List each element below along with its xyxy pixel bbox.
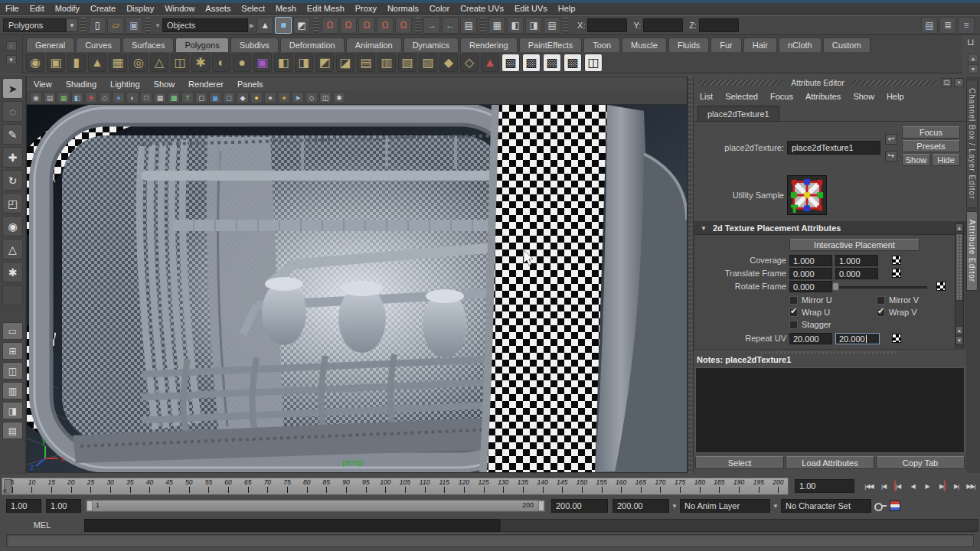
persp-uv-layout-button[interactable]: ▤ bbox=[2, 422, 23, 439]
range-slider-bar[interactable]: 1 200 bbox=[86, 500, 545, 512]
xray-active-icon[interactable]: ◫ bbox=[319, 92, 332, 103]
timeline-tick[interactable]: 15 bbox=[41, 478, 61, 494]
append-polygon-icon[interactable]: ▤ bbox=[357, 54, 375, 72]
make-live-icon[interactable]: Ω bbox=[395, 17, 412, 34]
bevel-icon[interactable]: ◩ bbox=[315, 54, 334, 72]
character-set-dropdown-arrow[interactable]: ▼ bbox=[770, 499, 781, 513]
timeline-tick[interactable]: 90 bbox=[336, 478, 356, 494]
menu-item[interactable]: Select bbox=[236, 4, 270, 13]
split-polygon-icon[interactable]: ◪ bbox=[336, 54, 354, 72]
shelf-tab[interactable]: Muscle bbox=[622, 37, 667, 52]
attribute-editor-menu-item[interactable]: Selected bbox=[719, 92, 764, 101]
bookmark-icon[interactable]: ▤ bbox=[44, 92, 56, 103]
shelf-tab[interactable]: PaintEffects bbox=[519, 37, 583, 52]
section-grip[interactable] bbox=[480, 18, 485, 33]
timeline-tick[interactable]: 185 bbox=[710, 478, 730, 494]
x-coord-input[interactable] bbox=[587, 18, 627, 32]
save-scene-icon[interactable]: ▣ bbox=[126, 17, 142, 34]
uv-texture-editor-icon[interactable]: ◫ bbox=[584, 54, 603, 72]
attribute-editor-toggle-icon[interactable]: ≣ bbox=[939, 17, 956, 34]
current-time-input[interactable]: 1.00 bbox=[795, 479, 854, 493]
poly-cone-icon[interactable]: ▲ bbox=[88, 54, 106, 72]
isolate-select-icon[interactable]: ➤ bbox=[292, 92, 304, 103]
subdiv-proxy-icon[interactable]: ▣ bbox=[253, 54, 272, 72]
poly-cube-icon[interactable]: ▣ bbox=[47, 54, 65, 72]
menu-item[interactable]: File bbox=[0, 4, 24, 13]
menu-item[interactable]: Create bbox=[85, 4, 121, 13]
shelf-tab-arrow-icon[interactable]: ▼ bbox=[6, 55, 17, 64]
shelf-tab[interactable]: Toon bbox=[583, 37, 620, 52]
shelf-tab[interactable]: Curves bbox=[76, 37, 121, 52]
universal-manipulator-tool[interactable]: ◉ bbox=[2, 216, 23, 236]
timeline-tick[interactable]: 60 bbox=[218, 478, 238, 494]
attribute-editor-menu-item[interactable]: Focus bbox=[764, 92, 799, 101]
auto-keyframe-icon[interactable] bbox=[874, 501, 887, 510]
panel-menu-item[interactable]: View bbox=[27, 80, 59, 89]
menu-item[interactable]: Color bbox=[424, 4, 455, 13]
texture-placement-swatch[interactable] bbox=[787, 175, 827, 215]
attributes-scrollbar[interactable]: ▲ ▲ ▼ bbox=[955, 223, 964, 348]
planar-mapping-icon[interactable]: ▩ bbox=[501, 54, 520, 72]
snap-to-points-icon[interactable]: Ω bbox=[358, 17, 375, 34]
range-end-grip[interactable] bbox=[538, 500, 544, 511]
move-tool[interactable]: ✚ bbox=[2, 147, 23, 168]
normals-icon[interactable]: ▲ bbox=[481, 54, 499, 72]
dock-tab[interactable]: Channel Box / Layer Editor bbox=[966, 80, 978, 208]
menu-item[interactable]: Proxy bbox=[350, 4, 382, 13]
open-render-view-icon[interactable]: ▦ bbox=[488, 17, 505, 34]
presets-button[interactable]: Presets bbox=[902, 140, 960, 152]
section-grip[interactable] bbox=[313, 18, 318, 33]
poly-plane-icon[interactable]: ▦ bbox=[109, 54, 127, 72]
timeline-tick[interactable]: 55 bbox=[199, 478, 219, 494]
light-gray-icon[interactable]: ● bbox=[264, 92, 276, 103]
copy-tab-button[interactable]: Copy Tab bbox=[876, 456, 965, 469]
rotate-frame-map-button[interactable] bbox=[936, 282, 946, 291]
timeline-tick[interactable]: 80 bbox=[297, 478, 317, 494]
poly-prism-icon[interactable]: △ bbox=[150, 54, 168, 72]
soft-modification-tool[interactable]: △ bbox=[2, 239, 23, 259]
select-tool[interactable]: ➤ bbox=[2, 78, 23, 99]
menu-item[interactable]: Assets bbox=[200, 4, 236, 13]
all-lights-icon[interactable]: ◼ bbox=[209, 92, 221, 103]
repeat-u-input[interactable]: 20.000 bbox=[789, 333, 832, 344]
rotate-frame-slider[interactable] bbox=[835, 286, 927, 289]
poly-edit-icon[interactable]: ◐ bbox=[212, 54, 230, 72]
timeline-tick[interactable]: 180 bbox=[690, 478, 710, 494]
notes-textarea[interactable] bbox=[695, 367, 965, 453]
shelf-tab[interactable]: Polygons bbox=[175, 37, 228, 52]
image-plane-icon[interactable]: ▦ bbox=[57, 92, 70, 103]
animation-end-input[interactable]: 200.00 bbox=[612, 499, 669, 513]
checker-sphere-icon[interactable]: ◆ bbox=[237, 92, 249, 103]
output-connection-icon[interactable]: ↪ bbox=[885, 151, 897, 161]
tab-place2dtexture1[interactable]: place2dTexture1 bbox=[697, 106, 779, 121]
film-gate-icon[interactable]: ✚ bbox=[85, 92, 97, 103]
timeline-tick[interactable]: 140 bbox=[533, 478, 553, 494]
mel-input[interactable] bbox=[84, 519, 500, 532]
ipr-render-icon[interactable]: ◨ bbox=[525, 17, 542, 34]
menu-item[interactable]: Mesh bbox=[270, 4, 302, 13]
mirror-v-checkbox[interactable]: ✔Mirror V bbox=[877, 295, 919, 305]
show-button[interactable]: Show bbox=[902, 154, 930, 166]
bridge-icon[interactable]: ◨ bbox=[295, 54, 313, 72]
attribute-editor-menu-item[interactable]: List bbox=[694, 92, 719, 101]
render-current-frame-icon[interactable]: ◧ bbox=[507, 17, 524, 34]
shelf-tab[interactable]: Subdivs bbox=[230, 37, 279, 52]
trash-icon[interactable]: ⊔ bbox=[965, 37, 977, 49]
collapse-arrow-icon[interactable]: ▶ bbox=[250, 22, 254, 29]
persp-outliner-layout-button[interactable]: ◫ bbox=[2, 362, 23, 380]
shelf-tab[interactable]: Fluids bbox=[668, 37, 709, 52]
timeline-tick[interactable]: 115 bbox=[434, 478, 454, 494]
timeline-tick[interactable]: 145 bbox=[552, 478, 572, 494]
merge-vertices-icon[interactable]: ▥ bbox=[377, 54, 396, 72]
coverage-u-input[interactable]: 1.000 bbox=[789, 255, 832, 266]
select-button[interactable]: Select bbox=[695, 456, 784, 469]
poly-torus-icon[interactable]: ◎ bbox=[129, 54, 148, 72]
playback-end-input[interactable]: 200.00 bbox=[551, 499, 608, 513]
show-manipulator-tool[interactable]: ✱ bbox=[2, 262, 23, 282]
channel-box-toggle-icon[interactable]: ▤ bbox=[921, 17, 938, 34]
cylindrical-mapping-icon[interactable]: ▩ bbox=[522, 54, 541, 72]
step-back-frame-button[interactable]: |◀ bbox=[877, 479, 890, 493]
collapse-triangle-icon[interactable]: ▼ bbox=[701, 225, 707, 232]
translate-frame-u-input[interactable]: 0.000 bbox=[789, 268, 832, 279]
panel-menu-item[interactable]: Show bbox=[147, 80, 182, 89]
